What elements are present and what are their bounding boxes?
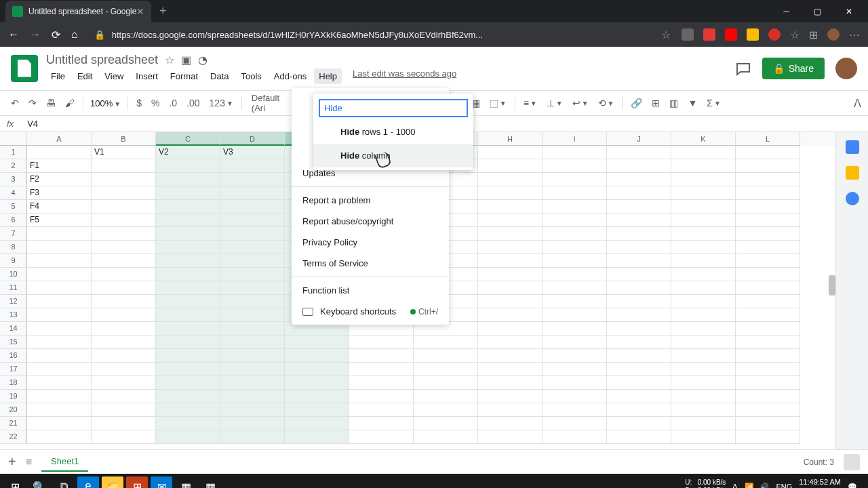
row-header[interactable]: 16 xyxy=(0,349,27,363)
cell[interactable] xyxy=(736,227,800,241)
cell[interactable] xyxy=(156,268,220,281)
cell[interactable] xyxy=(220,200,285,214)
cell[interactable]: F4 xyxy=(27,200,92,214)
more-icon[interactable]: ⋯ xyxy=(849,28,860,41)
cell[interactable]: V3 xyxy=(220,146,285,159)
cell[interactable] xyxy=(607,336,671,349)
cell[interactable] xyxy=(542,186,607,200)
cell[interactable] xyxy=(478,254,542,268)
refresh-button[interactable]: ⟳ xyxy=(52,28,60,41)
cell[interactable] xyxy=(414,403,478,417)
cell[interactable] xyxy=(349,417,414,430)
cell[interactable] xyxy=(671,308,736,322)
percent-button[interactable]: % xyxy=(147,95,163,111)
cell[interactable] xyxy=(671,322,736,336)
store-taskbar-icon[interactable]: ⊞ xyxy=(126,476,148,488)
menu-addons[interactable]: Add-ons xyxy=(269,68,311,84)
row-header[interactable]: 15 xyxy=(0,336,27,349)
collections-icon[interactable]: ⊞ xyxy=(809,28,818,41)
cell[interactable] xyxy=(478,336,542,349)
search-result-hide-rows[interactable]: Hide rows 1 - 1000 xyxy=(313,120,473,144)
doc-title[interactable]: Untitled spreadsheet xyxy=(46,53,158,67)
last-edit-link[interactable]: Last edit was seconds ago xyxy=(353,68,456,84)
user-avatar[interactable] xyxy=(835,58,857,79)
cell[interactable] xyxy=(285,430,349,444)
cloud-icon[interactable]: ◔ xyxy=(198,54,208,66)
cell[interactable] xyxy=(478,390,542,403)
row-header[interactable]: 4 xyxy=(0,186,27,200)
cell[interactable] xyxy=(478,227,542,241)
cell[interactable] xyxy=(478,214,542,227)
cell[interactable] xyxy=(607,349,671,363)
cell[interactable] xyxy=(92,295,156,308)
column-header[interactable]: L xyxy=(736,132,800,146)
cell[interactable] xyxy=(349,430,414,444)
cell[interactable] xyxy=(542,417,607,430)
edge-taskbar-icon[interactable]: e xyxy=(77,476,99,488)
cell[interactable] xyxy=(285,390,349,403)
cell[interactable] xyxy=(607,268,671,281)
help-report-abuse[interactable]: Report abuse/copyright xyxy=(292,211,449,232)
row-header[interactable]: 2 xyxy=(0,159,27,173)
filter-button[interactable]: ▼ xyxy=(684,95,701,111)
tray-chevron-icon[interactable]: ᐱ xyxy=(732,483,738,489)
cell[interactable] xyxy=(27,227,92,241)
cell-reference[interactable]: V4 xyxy=(27,119,38,129)
cell[interactable] xyxy=(671,430,736,444)
cell[interactable] xyxy=(92,376,156,390)
favorite-button[interactable]: ☆ xyxy=(661,28,671,41)
halign-button[interactable]: ≡▼ xyxy=(519,95,541,111)
cell[interactable] xyxy=(349,403,414,417)
start-button[interactable]: ⊞ xyxy=(4,476,26,488)
column-header[interactable]: D xyxy=(220,132,285,146)
task-view-button[interactable]: ⧉ xyxy=(53,476,75,488)
cell[interactable] xyxy=(542,227,607,241)
help-report-problem[interactable]: Report a problem xyxy=(292,190,449,211)
comment-button[interactable]: ⊞ xyxy=(648,95,664,111)
cell[interactable] xyxy=(542,308,607,322)
ext-icon[interactable] xyxy=(703,28,715,41)
cell[interactable] xyxy=(92,390,156,403)
cell[interactable] xyxy=(92,227,156,241)
cell[interactable] xyxy=(542,254,607,268)
sheets-logo[interactable] xyxy=(11,55,38,82)
tab-close-icon[interactable]: ✕ xyxy=(136,6,144,17)
cell[interactable] xyxy=(156,308,220,322)
cell[interactable] xyxy=(92,268,156,281)
move-icon[interactable]: ▣ xyxy=(181,54,191,66)
cell[interactable] xyxy=(220,322,285,336)
volume-icon[interactable]: 🔊 xyxy=(760,483,769,489)
cell[interactable] xyxy=(478,186,542,200)
cell[interactable] xyxy=(156,295,220,308)
cell[interactable] xyxy=(220,254,285,268)
taskbar-icon[interactable]: ▦ xyxy=(199,476,221,488)
cell[interactable] xyxy=(671,159,736,173)
cell[interactable] xyxy=(736,186,800,200)
row-header[interactable]: 19 xyxy=(0,390,27,403)
cell[interactable] xyxy=(27,322,92,336)
functions-button[interactable]: Σ▼ xyxy=(703,95,725,111)
cell[interactable] xyxy=(414,376,478,390)
cell[interactable] xyxy=(156,200,220,214)
cell[interactable] xyxy=(92,159,156,173)
cell[interactable] xyxy=(156,417,220,430)
cell[interactable] xyxy=(156,241,220,254)
cell[interactable] xyxy=(478,281,542,295)
cell[interactable] xyxy=(220,390,285,403)
cell[interactable] xyxy=(542,349,607,363)
back-button[interactable]: ← xyxy=(8,28,19,41)
column-header[interactable]: I xyxy=(542,132,607,146)
cell[interactable] xyxy=(92,322,156,336)
url-box[interactable]: 🔒 https://docs.google.com/spreadsheets/d… xyxy=(89,30,650,40)
cell[interactable] xyxy=(285,417,349,430)
cell[interactable] xyxy=(414,363,478,376)
cell[interactable]: V1 xyxy=(92,146,156,159)
row-header[interactable]: 12 xyxy=(0,295,27,308)
cell[interactable] xyxy=(736,268,800,281)
cell[interactable] xyxy=(607,186,671,200)
help-privacy[interactable]: Privacy Policy xyxy=(292,232,449,253)
cell[interactable] xyxy=(220,173,285,186)
cell[interactable] xyxy=(220,349,285,363)
cell[interactable] xyxy=(92,336,156,349)
cell[interactable] xyxy=(671,214,736,227)
